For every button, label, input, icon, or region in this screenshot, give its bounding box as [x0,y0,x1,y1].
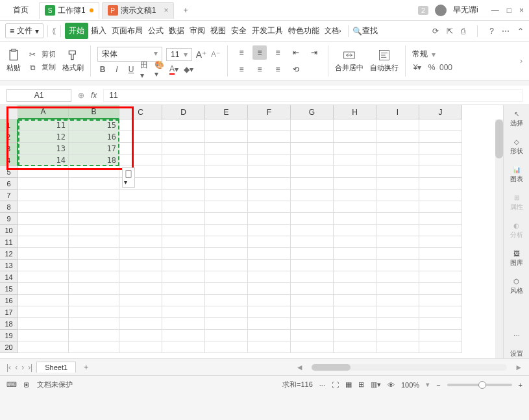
side-prop[interactable]: ⊞属性 [510,194,523,212]
cell-B17[interactable] [69,306,119,318]
row-header-14[interactable]: 14 [0,271,18,283]
font-color-icon[interactable]: A▾ [169,64,179,75]
scroll-left-icon[interactable]: ◄ [296,363,304,372]
cell-F4[interactable] [248,154,291,166]
col-header-I[interactable]: I [376,105,419,119]
cell-B16[interactable] [69,295,119,306]
add-tab-button[interactable]: + [177,3,194,18]
cell-J19[interactable] [419,330,462,341]
cell-A14[interactable] [18,271,69,283]
vertical-scrollbar[interactable] [495,119,503,358]
cell-C8[interactable] [119,201,162,213]
cell-F18[interactable] [248,318,291,330]
cell-E17[interactable] [205,306,248,318]
font-size-select[interactable]: 11 ▾ [166,48,192,61]
name-box[interactable]: A1 [6,89,71,102]
cell-D1[interactable] [162,119,205,131]
tab-home[interactable]: 首页 [5,2,36,18]
cell-J9[interactable] [419,213,462,225]
cell-G7[interactable] [291,190,334,201]
cell-J12[interactable] [419,248,462,260]
back-icon[interactable]: ⟪ [52,27,56,36]
cell-C2[interactable] [119,131,162,143]
ribbon-tab-start[interactable]: 开始 [65,23,88,39]
cell-A19[interactable] [18,330,69,341]
cell-F19[interactable] [248,330,291,341]
cell-I3[interactable] [376,143,419,154]
cell-F16[interactable] [248,295,291,306]
cell-E19[interactable] [205,330,248,341]
cell-A4[interactable]: 14 [18,154,69,166]
cell-I20[interactable] [376,341,419,353]
cell-G14[interactable] [291,271,334,283]
col-header-G[interactable]: G [291,105,334,119]
cell-G11[interactable] [291,236,334,248]
cell-I18[interactable] [376,318,419,330]
share-icon[interactable]: ⇱ [447,27,453,36]
cell-C14[interactable] [119,271,162,283]
cell-G16[interactable] [291,295,334,306]
cell-A10[interactable] [18,225,69,236]
cell-A15[interactable] [18,283,69,295]
col-header-C[interactable]: C [119,105,162,119]
cell-A2[interactable]: 12 [18,131,69,143]
cell-I10[interactable] [376,225,419,236]
expand-circle-icon[interactable]: ⊕ [78,91,84,100]
cell-J2[interactable] [419,131,462,143]
cell-F13[interactable] [248,260,291,271]
side-settings[interactable]: 设置 [510,349,523,358]
sum-status[interactable]: 求和=116 [282,380,313,389]
more-icon[interactable]: ⋯ [502,27,510,36]
cell-E7[interactable] [205,190,248,201]
cell-H5[interactable] [334,166,376,178]
cell-F3[interactable] [248,143,291,154]
row-header-20[interactable]: 20 [0,341,18,353]
cell-J5[interactable] [419,166,462,178]
cell-H3[interactable] [334,143,376,154]
cell-J7[interactable] [419,190,462,201]
row-header-19[interactable]: 19 [0,330,18,341]
cell-H13[interactable] [334,260,376,271]
cell-H17[interactable] [334,306,376,318]
grid-view-icon[interactable]: ▦ [345,380,352,389]
cell-C4[interactable] [119,154,162,166]
notification-badge[interactable]: 2 [418,6,428,15]
border-icon[interactable]: 田▾ [140,64,151,75]
sheet-prev-icon[interactable]: ‹ [15,363,18,372]
cell-G8[interactable] [291,201,334,213]
cell-D8[interactable] [162,201,205,213]
fx-icon[interactable]: fx [91,91,97,100]
cell-A13[interactable] [18,260,69,271]
cell-G10[interactable] [291,225,334,236]
cell-E20[interactable] [205,341,248,353]
maximize-icon[interactable]: □ [507,6,511,15]
merge-center-button[interactable]: 合并居中 [335,49,363,73]
row-header-7[interactable]: 7 [0,190,18,201]
cell-J15[interactable] [419,283,462,295]
row-header-9[interactable]: 9 [0,213,18,225]
user-name[interactable]: 早无谓i [453,5,478,16]
row-header-10[interactable]: 10 [0,225,18,236]
cell-D4[interactable] [162,154,205,166]
cell-C13[interactable] [119,260,162,271]
cell-H4[interactable] [334,154,376,166]
decrease-font-icon[interactable]: A⁻ [210,49,221,60]
cell-D12[interactable] [162,248,205,260]
row-header-11[interactable]: 11 [0,236,18,248]
cell-D15[interactable] [162,283,205,295]
cell-J4[interactable] [419,154,462,166]
comma-icon[interactable]: 000 [441,62,451,73]
cell-B11[interactable] [69,236,119,248]
close-icon[interactable]: × [164,6,168,15]
cell-G12[interactable] [291,248,334,260]
horizontal-scrollbar[interactable] [312,364,508,371]
cell-B10[interactable] [69,225,119,236]
cell-D19[interactable] [162,330,205,341]
format-painter-button[interactable]: 格式刷 [62,49,84,73]
cell-G5[interactable] [291,166,334,178]
align-left-icon[interactable]: ≡ [234,62,249,77]
cell-E3[interactable] [205,143,248,154]
ribbon-tab-security[interactable]: 安全 [228,23,249,39]
minimize-icon[interactable]: — [491,6,499,15]
cell-F10[interactable] [248,225,291,236]
